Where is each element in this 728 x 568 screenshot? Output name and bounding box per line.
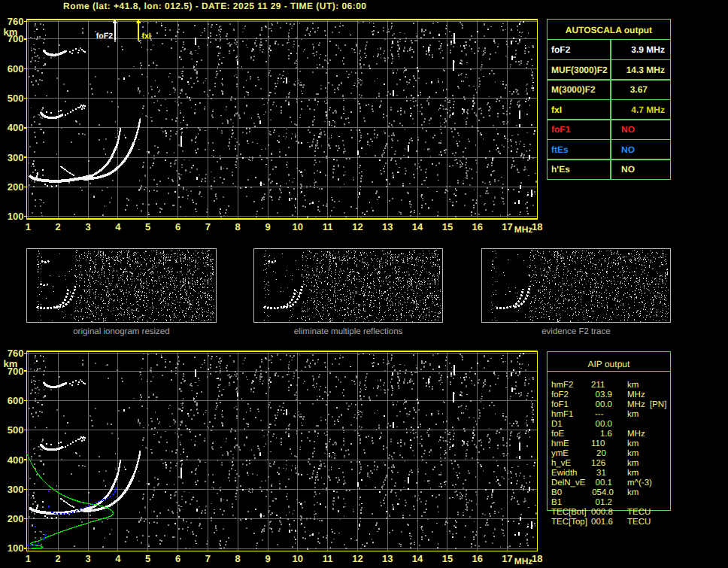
svg-text:126: 126 <box>591 459 605 468</box>
svg-text:00.1: 00.1 <box>596 478 612 488</box>
svg-text:054.0: 054.0 <box>592 488 614 497</box>
svg-text:11: 11 <box>323 221 333 232</box>
svg-text:hmF1: hmF1 <box>551 410 573 419</box>
svg-text:5: 5 <box>145 221 150 232</box>
svg-text:foF1: foF1 <box>551 124 571 135</box>
svg-text:300: 300 <box>8 152 24 163</box>
svg-text:13: 13 <box>382 221 393 232</box>
svg-text:m^(-3): m^(-3) <box>627 478 652 488</box>
svg-text:km: km <box>4 26 18 38</box>
svg-text:3.67: 3.67 <box>630 84 648 95</box>
svg-text:MHz: MHz <box>627 430 645 439</box>
svg-text:M(3000)F2: M(3000)F2 <box>551 84 596 95</box>
svg-text:hmF2: hmF2 <box>551 381 573 390</box>
svg-text:h'Es: h'Es <box>551 164 570 175</box>
svg-text:TEC[Bot]: TEC[Bot] <box>551 508 587 517</box>
svg-text:100: 100 <box>8 211 24 222</box>
svg-text:B0: B0 <box>551 488 562 497</box>
svg-text:eliminate multiple reflections: eliminate multiple reflections <box>294 327 403 336</box>
svg-text:31: 31 <box>596 469 606 478</box>
svg-text:1.6: 1.6 <box>600 430 612 439</box>
svg-text:17: 17 <box>502 221 512 232</box>
svg-text:8: 8 <box>235 221 240 232</box>
svg-text:km: km <box>627 449 639 458</box>
svg-text:km: km <box>627 469 639 478</box>
svg-text:001.6: 001.6 <box>591 518 613 527</box>
svg-text:NO: NO <box>621 144 635 155</box>
svg-text:foF2: foF2 <box>551 44 571 55</box>
svg-text:12: 12 <box>352 221 362 232</box>
svg-text:fxI: fxI <box>551 105 562 115</box>
svg-text:3: 3 <box>85 221 90 232</box>
svg-text:7: 7 <box>205 221 211 232</box>
svg-text:9: 9 <box>265 221 270 232</box>
svg-text:Rome (lat: +41.8, lon: 012.5): Rome (lat: +41.8, lon: 012.5) - DATE: 20… <box>63 1 366 11</box>
svg-text:D1: D1 <box>551 420 563 429</box>
svg-text:6: 6 <box>175 221 180 232</box>
svg-text:15: 15 <box>442 221 453 232</box>
svg-text:TECU: TECU <box>627 518 651 527</box>
svg-text:---: --- <box>595 410 604 419</box>
svg-text:4: 4 <box>115 221 121 232</box>
svg-text:km: km <box>627 439 639 448</box>
svg-text:TECU: TECU <box>627 508 651 517</box>
svg-text:500: 500 <box>8 93 24 104</box>
svg-text:NO: NO <box>621 164 635 175</box>
svg-text:[PN]: [PN] <box>650 400 666 409</box>
svg-text:MUF(3000)F2: MUF(3000)F2 <box>551 65 608 75</box>
svg-text:km: km <box>627 410 639 419</box>
svg-text:ftEs: ftEs <box>551 144 569 155</box>
svg-text:600: 600 <box>8 63 24 74</box>
svg-text:00.0: 00.0 <box>596 420 612 429</box>
svg-text:km: km <box>627 488 639 497</box>
svg-text:10: 10 <box>293 221 303 232</box>
svg-text:4.7 MHz: 4.7 MHz <box>631 105 665 115</box>
svg-text:MHz: MHz <box>514 224 533 235</box>
svg-text:AIP output: AIP output <box>587 359 629 369</box>
svg-text:110: 110 <box>591 439 605 448</box>
svg-text:evidence F2 trace: evidence F2 trace <box>541 327 610 336</box>
svg-text:NO: NO <box>621 124 635 135</box>
svg-text:fxI: fxI <box>142 32 151 41</box>
svg-text:3.9 MHz: 3.9 MHz <box>631 44 665 55</box>
svg-text:00.0: 00.0 <box>596 400 612 409</box>
svg-text:18: 18 <box>532 221 542 232</box>
svg-text:h_vE: h_vE <box>551 459 572 468</box>
svg-text:400: 400 <box>8 122 24 133</box>
svg-text:MHz: MHz <box>627 390 645 399</box>
svg-text:B1: B1 <box>551 498 562 507</box>
svg-text:foF2: foF2 <box>551 390 569 399</box>
svg-text:16: 16 <box>472 221 482 232</box>
svg-text:original ionogram resized: original ionogram resized <box>73 327 169 336</box>
svg-text:DelN_vE: DelN_vE <box>551 478 586 488</box>
svg-text:AUTOSCALA output: AUTOSCALA output <box>566 25 652 35</box>
svg-text:Ewidth: Ewidth <box>551 469 578 478</box>
svg-text:hmE: hmE <box>551 439 569 448</box>
svg-text:km: km <box>627 459 639 468</box>
svg-text:1: 1 <box>26 221 31 232</box>
svg-text:03.9: 03.9 <box>596 390 612 399</box>
svg-text:000.8: 000.8 <box>591 508 613 517</box>
svg-text:MHz: MHz <box>627 400 645 409</box>
svg-text:20: 20 <box>596 449 606 458</box>
svg-text:foE: foE <box>551 430 565 439</box>
svg-text:2: 2 <box>56 221 61 232</box>
svg-text:200: 200 <box>8 181 24 193</box>
svg-text:km: km <box>627 381 639 390</box>
svg-text:foF2: foF2 <box>96 32 113 41</box>
svg-text:14: 14 <box>412 221 423 232</box>
svg-text:ymE: ymE <box>551 449 569 458</box>
svg-text:TEC[Top]: TEC[Top] <box>551 518 587 527</box>
svg-text:14.3 MHz: 14.3 MHz <box>626 65 665 75</box>
svg-text:foF1: foF1 <box>551 400 569 409</box>
svg-text:01.2: 01.2 <box>596 498 612 507</box>
svg-text:211: 211 <box>591 381 605 390</box>
